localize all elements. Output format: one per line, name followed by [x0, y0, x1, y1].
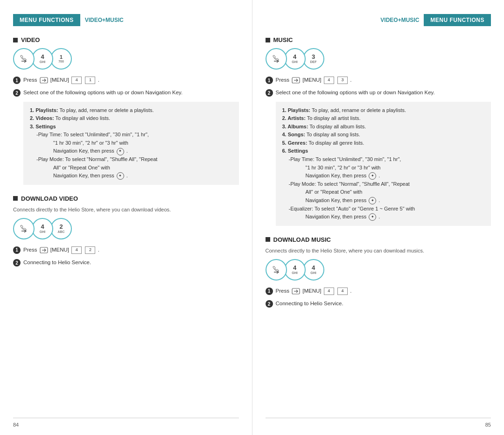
dl-key-circle-phone	[13, 218, 35, 239]
download-music-section: DOWNLOAD MUSIC Connects directly to the …	[266, 236, 491, 308]
dl-video-key-sequence: 4 GHI 2 ABC	[13, 218, 239, 239]
dl-key-circle-2abc: 2 ABC	[50, 218, 72, 239]
right-header-teal: MENU FUNCTIONS	[424, 14, 491, 26]
download-video-icon	[13, 196, 18, 201]
music-section-title: MUSIC	[266, 36, 491, 43]
page-container: MENU FUNCTIONS VIDEO+MUSIC VIDEO	[0, 0, 504, 435]
video-info-box: 1. Playlists: To play, add, rename or de…	[23, 102, 239, 185]
music-info-box: 1. Playlists: To play, add, rename or de…	[276, 102, 491, 226]
video-square-icon	[13, 38, 18, 42]
left-bottom-line	[13, 418, 239, 418]
music-key-circle-phone	[266, 48, 287, 70]
download-video-desc: Connects directly to the Helio Store, wh…	[13, 207, 239, 212]
music-step1: 1 Press [MENU] 4 3 .	[266, 76, 491, 84]
left-page: MENU FUNCTIONS VIDEO+MUSIC VIDEO	[0, 0, 252, 435]
video-section-title: VIDEO	[13, 36, 239, 43]
music-square-icon	[266, 38, 270, 42]
left-header: MENU FUNCTIONS VIDEO+MUSIC	[13, 14, 239, 26]
dl-music-step1: 1 Press [MENU] 4 4 .	[266, 287, 491, 295]
right-page: MENU FUNCTIONS VIDEO+MUSIC MUSIC	[252, 0, 504, 435]
download-music-icon	[266, 237, 270, 242]
left-page-number: 84	[13, 422, 19, 428]
key-circle-4ghi-video: 4 GHI	[32, 48, 53, 70]
dl-music-key-sequence: 4 GHI 4 GHI	[266, 259, 491, 281]
video-step2: 2 Select one of the following options wi…	[13, 89, 239, 97]
music-key-circle-3def: 3 DEF	[303, 48, 324, 70]
video-key-sequence: 4 GHI 1 700	[13, 48, 239, 70]
key-circle-1-video: 1 700	[50, 48, 72, 70]
right-header-label: VIDEO+MUSIC	[376, 14, 424, 26]
download-video-section: DOWNLOAD VIDEO Connects directly to the …	[13, 195, 239, 267]
right-bottom-line	[266, 418, 491, 418]
dl-music-key-circle-phone	[266, 259, 287, 281]
phone-key	[20, 55, 28, 63]
download-video-title: DOWNLOAD VIDEO	[13, 195, 239, 202]
video-step1: 1 Press [MENU] 4 1 .	[13, 76, 239, 84]
right-page-number: 85	[485, 422, 491, 428]
dl-video-step1: 1 Press [MENU] 4 2 .	[13, 246, 239, 254]
dl-key-circle-4ghi: 4 GHI	[32, 218, 53, 239]
dl-video-step2: 2 Connecting to Helio Service.	[13, 259, 239, 267]
download-music-title: DOWNLOAD MUSIC	[266, 236, 491, 243]
right-header: MENU FUNCTIONS VIDEO+MUSIC	[266, 14, 491, 26]
left-header-teal: MENU FUNCTIONS	[13, 14, 80, 26]
left-header-label: VIDEO+MUSIC	[80, 14, 128, 26]
dl-music-key-circle-4ghi-b: 4 GHI	[303, 259, 324, 281]
music-key-sequence: 4 GHI 3 DEF	[266, 48, 491, 70]
music-step2: 2 Select one of the following options wi…	[266, 89, 491, 97]
dl-music-step2: 2 Connecting to Helio Service.	[266, 300, 491, 308]
key-circle-phone	[13, 48, 35, 70]
music-key-circle-4ghi: 4 GHI	[284, 48, 306, 70]
dl-music-key-circle-4ghi-a: 4 GHI	[284, 259, 306, 281]
download-music-desc: Connects directly to the Helio Store, wh…	[266, 248, 491, 253]
